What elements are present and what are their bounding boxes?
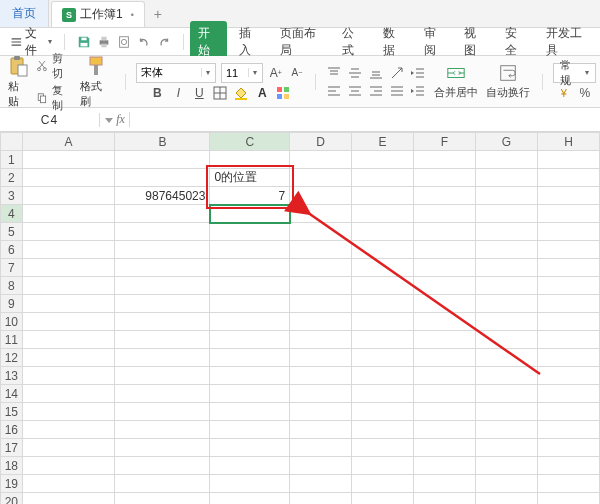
row-header[interactable]: 3 [1, 187, 23, 205]
cell[interactable] [22, 403, 115, 421]
cell[interactable] [22, 151, 115, 169]
cell[interactable] [475, 151, 537, 169]
cell[interactable] [537, 349, 599, 367]
cell[interactable] [22, 241, 115, 259]
cell[interactable] [475, 295, 537, 313]
column-header[interactable]: C [210, 133, 290, 151]
bold-button[interactable]: B [149, 85, 165, 101]
cell[interactable] [537, 277, 599, 295]
format-painter-button[interactable]: 格式刷 [76, 53, 115, 111]
cell[interactable] [210, 295, 290, 313]
undo-icon[interactable] [137, 35, 151, 49]
cell[interactable] [475, 421, 537, 439]
cell[interactable] [414, 367, 476, 385]
cell[interactable] [414, 457, 476, 475]
cell-style-button[interactable] [275, 85, 291, 101]
increase-indent-icon[interactable] [410, 83, 426, 99]
row-header[interactable]: 13 [1, 367, 23, 385]
font-size-select[interactable]: ▾ [221, 63, 263, 83]
insert-function-button[interactable]: fx [100, 112, 130, 127]
cell[interactable] [290, 403, 352, 421]
cell[interactable] [352, 259, 414, 277]
cell[interactable] [22, 475, 115, 493]
cell[interactable] [210, 331, 290, 349]
document-tab[interactable]: S 工作簿1 • [51, 1, 145, 27]
cell[interactable] [115, 223, 210, 241]
align-left-icon[interactable] [326, 83, 342, 99]
cell[interactable] [22, 439, 115, 457]
cell[interactable] [22, 223, 115, 241]
cell[interactable] [210, 349, 290, 367]
cell[interactable] [537, 295, 599, 313]
cell[interactable] [475, 187, 537, 205]
row-header[interactable]: 10 [1, 313, 23, 331]
cell[interactable] [537, 223, 599, 241]
decrease-indent-icon[interactable] [410, 65, 426, 81]
cell[interactable] [414, 403, 476, 421]
align-middle-icon[interactable] [347, 65, 363, 81]
cell[interactable] [475, 277, 537, 295]
cell[interactable] [115, 331, 210, 349]
cell[interactable] [290, 367, 352, 385]
cell[interactable] [210, 439, 290, 457]
row-header[interactable]: 8 [1, 277, 23, 295]
align-center-icon[interactable] [347, 83, 363, 99]
cell[interactable] [22, 313, 115, 331]
cell[interactable] [414, 259, 476, 277]
cell[interactable] [210, 151, 290, 169]
percent-icon[interactable]: % [577, 85, 593, 101]
cut-button[interactable]: 剪切 [36, 51, 72, 81]
cell[interactable] [22, 349, 115, 367]
cell[interactable] [115, 421, 210, 439]
row-header[interactable]: 16 [1, 421, 23, 439]
name-box[interactable]: C4 [0, 113, 100, 127]
cell[interactable] [537, 475, 599, 493]
font-name-select[interactable]: ▾ [136, 63, 216, 83]
cell[interactable] [537, 439, 599, 457]
orientation-icon[interactable] [389, 65, 405, 81]
cell[interactable] [537, 205, 599, 223]
cell[interactable] [22, 295, 115, 313]
cell[interactable] [537, 403, 599, 421]
fill-color-button[interactable] [233, 85, 249, 101]
cell[interactable] [537, 457, 599, 475]
cell[interactable] [352, 367, 414, 385]
cell[interactable] [22, 277, 115, 295]
column-header[interactable]: H [537, 133, 599, 151]
cell[interactable] [352, 313, 414, 331]
cell[interactable] [22, 493, 115, 505]
cell[interactable] [22, 259, 115, 277]
row-header[interactable]: 4 [1, 205, 23, 223]
row-header[interactable]: 17 [1, 439, 23, 457]
cell[interactable] [475, 349, 537, 367]
cell[interactable] [210, 367, 290, 385]
align-top-icon[interactable] [326, 65, 342, 81]
row-header[interactable]: 15 [1, 403, 23, 421]
row-header[interactable]: 19 [1, 475, 23, 493]
cell[interactable] [115, 349, 210, 367]
cell[interactable] [115, 313, 210, 331]
cell[interactable] [22, 421, 115, 439]
cell[interactable] [290, 385, 352, 403]
cell[interactable] [210, 277, 290, 295]
cell[interactable] [475, 403, 537, 421]
cell[interactable] [22, 205, 115, 223]
chevron-down-icon[interactable]: ▾ [201, 68, 215, 77]
cell[interactable] [537, 187, 599, 205]
cell[interactable] [414, 223, 476, 241]
cell[interactable] [115, 457, 210, 475]
cell[interactable] [115, 439, 210, 457]
cell[interactable]: 7 [210, 187, 290, 205]
row-header[interactable]: 20 [1, 493, 23, 505]
cell[interactable] [210, 259, 290, 277]
increase-font-icon[interactable]: A+ [268, 65, 284, 81]
cell[interactable] [290, 151, 352, 169]
cell[interactable] [414, 439, 476, 457]
select-all-corner[interactable] [1, 133, 23, 151]
cell[interactable] [115, 367, 210, 385]
cell[interactable] [290, 205, 352, 223]
column-header[interactable]: D [290, 133, 352, 151]
row-header[interactable]: 14 [1, 385, 23, 403]
cell[interactable] [537, 367, 599, 385]
cell[interactable]: 987645023 [115, 187, 210, 205]
